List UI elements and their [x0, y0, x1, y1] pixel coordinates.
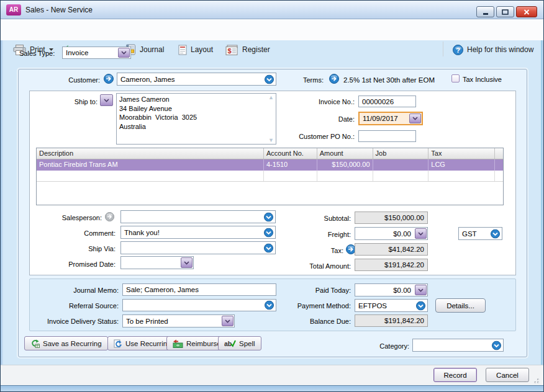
delivery-status-label: Invoice Delivery Status:: [25, 318, 119, 325]
freight-tax-code-combo[interactable]: GST: [458, 227, 502, 240]
toolbar-divider: [443, 42, 443, 56]
chevron-down-icon: [417, 232, 424, 236]
balance-due-label: Balance Due:: [270, 318, 351, 325]
customer-combo[interactable]: Cameron, James: [117, 73, 276, 86]
delivery-status-dropdown-button[interactable]: [222, 316, 233, 326]
register-button[interactable]: $ Register: [222, 42, 274, 58]
table-row[interactable]: Pontiac Firebird Trans AM 4-1510 $150,00…: [37, 159, 503, 171]
maximize-icon: [502, 9, 509, 15]
ship-via-label: Ship Via:: [53, 245, 116, 252]
save-recurring-icon: [30, 339, 40, 348]
cell-account-no[interactable]: [264, 171, 317, 181]
line-items-table: Description Account No. Amount Job Tax P…: [36, 148, 504, 205]
resize-grip[interactable]: [531, 375, 540, 384]
payment-method-combo[interactable]: EFTPOS: [355, 299, 428, 312]
freight-input[interactable]: $0.00: [355, 227, 428, 240]
payment-method-label: Payment Method:: [270, 302, 351, 310]
cell-description[interactable]: Pontiac Firebird Trans AM: [37, 159, 264, 171]
ship-via-combo[interactable]: [120, 241, 276, 254]
cell-tax[interactable]: LCG: [428, 159, 495, 171]
close-button[interactable]: [516, 6, 537, 17]
cancel-button[interactable]: Cancel: [486, 368, 529, 382]
invoice-no-input[interactable]: 00000026: [358, 96, 416, 107]
paid-today-dropdown-button[interactable]: [415, 285, 427, 295]
date-input[interactable]: 11/09/2017: [358, 112, 423, 125]
layout-label: Layout: [191, 45, 213, 54]
svg-text:ab: ab: [224, 340, 232, 347]
customer-po-label: Customer PO No.:: [274, 133, 355, 140]
cell-job[interactable]: [373, 171, 429, 181]
freight-dropdown-button[interactable]: [415, 228, 427, 239]
promised-date-input[interactable]: [120, 256, 194, 269]
cell-description[interactable]: [37, 171, 264, 181]
record-label: Record: [443, 372, 466, 379]
chevron-down-icon: [103, 99, 110, 102]
save-as-recurring-button[interactable]: Save as Recurring: [24, 336, 108, 350]
customer-dropdown-icon[interactable]: [265, 74, 274, 84]
category-combo[interactable]: [412, 339, 504, 352]
help-icon: ?: [453, 45, 463, 55]
total-amount-value: $191,842.20: [384, 261, 427, 269]
cell-job[interactable]: [373, 159, 429, 171]
chevron-down-icon: [412, 117, 419, 120]
spell-button[interactable]: ab Spell: [218, 336, 261, 350]
ship-to-label: Ship to:: [63, 98, 97, 105]
table-row-empty[interactable]: [37, 171, 503, 182]
col-tax[interactable]: Tax: [428, 148, 495, 159]
window-frame-bottom: [1, 385, 544, 392]
sales-type-select[interactable]: Invoice: [62, 47, 131, 59]
sales-type-dropdown-button[interactable]: [118, 48, 130, 58]
customer-zoom-arrow-icon[interactable]: [104, 74, 114, 84]
col-job[interactable]: Job: [373, 148, 429, 159]
salesperson-combo[interactable]: [120, 210, 276, 223]
table-header: Description Account No. Amount Job Tax: [37, 148, 503, 159]
freight-tax-code-dropdown-icon[interactable]: [491, 229, 500, 238]
total-amount-field: $191,842.20: [355, 259, 428, 271]
promised-date-dropdown-button[interactable]: [181, 257, 193, 268]
journal-memo-input[interactable]: Sale; Cameron, James: [122, 283, 276, 296]
customer-label: Customer:: [38, 76, 100, 84]
payment-method-dropdown-icon[interactable]: [416, 301, 425, 310]
tax-inclusive-checkbox[interactable]: [451, 74, 460, 82]
subtotal-label: Subtotal:: [270, 215, 351, 222]
subtotal-field: $150,000.00: [355, 212, 428, 224]
customer-po-input[interactable]: [358, 130, 416, 142]
cell-amount[interactable]: $150,000.00: [317, 159, 373, 171]
cell-account-no[interactable]: 4-1510: [264, 159, 317, 171]
layout-icon: [178, 45, 187, 55]
col-amount[interactable]: Amount: [317, 148, 373, 159]
date-value: 11/09/2017: [360, 115, 398, 122]
save-as-recurring-label: Save as Recurring: [43, 340, 102, 347]
journal-memo-label: Journal Memo:: [38, 287, 119, 294]
svg-text:$: $: [228, 47, 232, 55]
layout-button[interactable]: Layout: [175, 42, 217, 58]
ship-to-address-box[interactable]: James Cameron 34 Bailey Avenue Moorabbin…: [116, 93, 276, 145]
spell-label: Spell: [239, 340, 255, 347]
col-account-no[interactable]: Account No.: [264, 148, 317, 159]
referral-source-combo[interactable]: [122, 299, 276, 311]
comment-combo[interactable]: Thank you!: [120, 226, 276, 239]
journal-memo-value: Sale; Cameron, James: [123, 286, 199, 293]
balance-due-field: $191,842.20: [355, 314, 428, 327]
details-button-label: Details...: [447, 302, 474, 310]
cell-tax[interactable]: [428, 171, 495, 181]
tax-label: Tax:: [263, 247, 343, 254]
cell-amount[interactable]: [317, 171, 373, 181]
col-description[interactable]: Description: [37, 148, 264, 159]
cell-extra: [495, 159, 503, 171]
details-button[interactable]: Details...: [435, 298, 486, 313]
total-amount-label: Total Amount:: [270, 262, 351, 270]
terms-label: Terms:: [303, 76, 324, 84]
category-dropdown-icon[interactable]: [492, 341, 501, 350]
record-button[interactable]: Record: [433, 368, 477, 382]
minimize-button[interactable]: [476, 6, 494, 17]
terms-zoom-arrow-icon[interactable]: [329, 74, 339, 84]
ship-to-dropdown-button[interactable]: [100, 94, 113, 106]
help-button[interactable]: ? Help for this window: [449, 42, 537, 58]
date-dropdown-button[interactable]: [409, 114, 421, 123]
register-icon: $: [225, 45, 238, 55]
use-recurring-icon: [114, 339, 122, 348]
delivery-status-select[interactable]: To be Printed: [122, 314, 235, 327]
maximize-button[interactable]: [496, 6, 514, 17]
paid-today-input[interactable]: $0.00: [355, 283, 428, 296]
